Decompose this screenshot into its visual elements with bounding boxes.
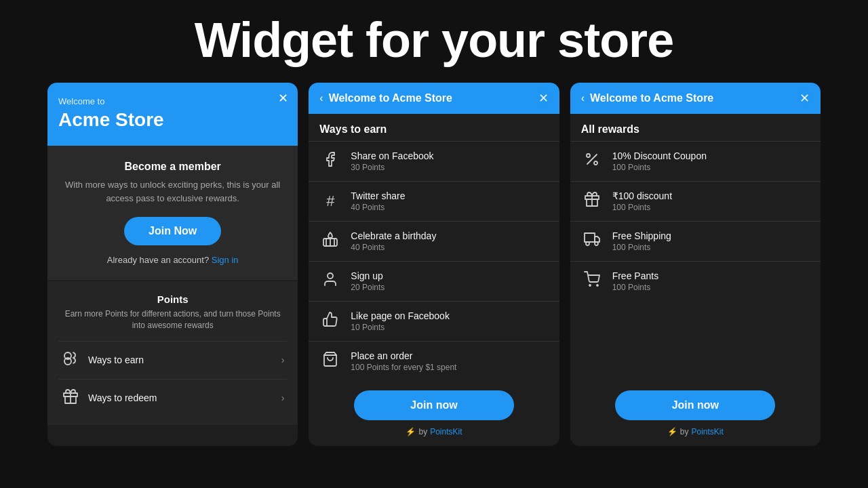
item-label: ₹100 discount <box>612 190 672 201</box>
item-points: 30 Points <box>351 163 433 172</box>
pointskit-link[interactable]: PointsKit <box>430 427 462 436</box>
widget3-content: All rewards 10% Discount Coupon 100 Poin… <box>570 114 821 381</box>
svg-point-19 <box>589 285 591 286</box>
lightning-icon: ⚡ <box>406 427 416 436</box>
page-title: Widget for your store <box>0 0 868 83</box>
coins-icon <box>61 350 80 370</box>
list-item-facebook[interactable]: Share on Facebook 30 Points <box>309 141 559 181</box>
svg-point-17 <box>586 242 589 245</box>
points-desc: Earn more Points for different actions, … <box>58 308 287 331</box>
list-item-place-order[interactable]: Place an order 100 Points for every $1 s… <box>309 341 559 381</box>
widget2-footer: Join now ⚡ by PointsKit <box>309 381 559 446</box>
list-item-like-facebook[interactable]: Like page on Facebook 10 Points <box>309 301 559 341</box>
membership-heading: Become a member <box>58 161 287 173</box>
svg-point-20 <box>597 285 598 286</box>
item-points: 100 Points <box>612 163 707 172</box>
membership-desc: With more ways to unlock exciting perks,… <box>58 178 287 205</box>
widget2-join-now-button[interactable]: Join now <box>354 390 514 420</box>
item-label: Twitter share <box>351 190 405 201</box>
gift-icon <box>61 388 80 408</box>
item-points: 100 Points <box>612 283 658 292</box>
percent-icon <box>581 151 603 171</box>
truck-icon <box>581 231 603 251</box>
widget-all-rewards: ‹ Welcome to Acme Store ✕ All rewards 10… <box>570 83 821 446</box>
thumbsup-icon <box>319 311 341 331</box>
widget3-back-arrow-icon[interactable]: ‹ <box>581 92 585 104</box>
svg-point-18 <box>595 242 598 245</box>
widget1-title: Acme Store <box>58 109 287 131</box>
item-label: Share on Facebook <box>351 150 433 161</box>
item-label: Free Shipping <box>612 230 671 241</box>
widget2-header: ‹ Welcome to Acme Store ✕ <box>309 83 559 114</box>
svg-line-10 <box>587 155 597 164</box>
ways-to-earn-heading: Ways to earn <box>309 114 559 141</box>
list-item-free-shipping[interactable]: Free Shipping 100 Points <box>570 221 821 261</box>
ways-to-redeem-label: Ways to redeem <box>88 392 157 403</box>
gift-box-icon <box>581 191 603 211</box>
widget3-close-button[interactable]: ✕ <box>800 92 810 104</box>
join-now-button[interactable]: Join Now <box>124 217 221 245</box>
item-label: Celebrate a birthday <box>351 230 436 241</box>
widget2-content: Ways to earn Share on Facebook 30 Points… <box>309 114 559 381</box>
item-points: 100 Points <box>612 203 672 212</box>
lightning-icon2: ⚡ <box>667 427 677 436</box>
item-points: 40 Points <box>351 203 405 212</box>
birthday-icon <box>319 231 341 251</box>
widget-ways-to-earn: ‹ Welcome to Acme Store ✕ Ways to earn S… <box>309 83 559 446</box>
widget3-footer: Join now ⚡ by PointsKit <box>570 381 821 446</box>
chevron-right-icon: › <box>281 354 285 365</box>
cart-icon <box>581 271 603 291</box>
list-item-birthday[interactable]: Celebrate a birthday 40 Points <box>309 221 559 261</box>
list-item-free-pants[interactable]: Free Pants 100 Points <box>570 261 821 301</box>
item-points: 20 Points <box>351 283 384 292</box>
sign-in-link[interactable]: Sign in <box>212 255 239 265</box>
bag-icon <box>319 351 341 371</box>
person-icon <box>319 271 341 291</box>
widget-welcome: ✕ Welcome to Acme Store Become a member … <box>47 83 298 446</box>
facebook-icon <box>319 151 341 171</box>
widget3-pointskit-link[interactable]: PointsKit <box>691 427 723 436</box>
item-points: 10 Points <box>351 323 450 332</box>
item-points: 100 Points for every $1 spent <box>351 363 456 372</box>
svg-point-11 <box>587 154 590 157</box>
svg-point-12 <box>594 161 597 165</box>
nav-ways-to-redeem[interactable]: Ways to redeem › <box>58 379 287 417</box>
item-label: Free Pants <box>612 270 658 281</box>
back-arrow-icon[interactable]: ‹ <box>319 92 323 104</box>
item-points: 40 Points <box>351 243 436 252</box>
nav-ways-to-earn[interactable]: Ways to earn › <box>58 341 287 379</box>
list-item-signup[interactable]: Sign up 20 Points <box>309 261 559 301</box>
item-label: Sign up <box>351 270 384 281</box>
item-points: 100 Points <box>612 243 671 252</box>
already-account-text: Already have an account? Sign in <box>58 255 287 265</box>
powered-by: ⚡ by PointsKit <box>406 427 462 436</box>
points-heading: Points <box>58 293 287 305</box>
item-label: Like page on Facebook <box>351 310 450 321</box>
ways-to-earn-label: Ways to earn <box>88 354 144 365</box>
widget1-membership-section: Become a member With more ways to unlock… <box>47 146 298 280</box>
svg-point-8 <box>328 273 333 279</box>
widget3-powered-by: ⚡ by PointsKit <box>667 427 724 436</box>
chevron-right-icon2: › <box>281 392 285 403</box>
widget1-points-section: Points Earn more Points for different ac… <box>47 281 298 425</box>
item-label: Place an order <box>351 350 456 361</box>
list-item-rupee-discount[interactable]: ₹100 discount 100 Points <box>570 181 821 221</box>
svg-rect-15 <box>585 233 595 242</box>
list-item-discount-coupon[interactable]: 10% Discount Coupon 100 Points <box>570 141 821 181</box>
widget1-header: ✕ Welcome to Acme Store <box>47 83 298 146</box>
widget3-header: ‹ Welcome to Acme Store ✕ <box>570 83 821 114</box>
widgets-row: ✕ Welcome to Acme Store Become a member … <box>0 83 868 446</box>
widget1-subtitle: Welcome to <box>58 96 287 106</box>
widget3-header-title: Welcome to Acme Store <box>590 92 713 104</box>
widget3-join-now-button[interactable]: Join now <box>615 390 775 420</box>
list-item-twitter[interactable]: # Twitter share 40 Points <box>309 181 559 221</box>
widget2-close-button[interactable]: ✕ <box>538 92 549 104</box>
widget2-header-title: Welcome to Acme Store <box>329 92 452 104</box>
all-rewards-heading: All rewards <box>570 114 821 141</box>
hashtag-icon: # <box>319 192 341 210</box>
item-label: 10% Discount Coupon <box>612 150 707 161</box>
svg-marker-16 <box>595 237 599 242</box>
